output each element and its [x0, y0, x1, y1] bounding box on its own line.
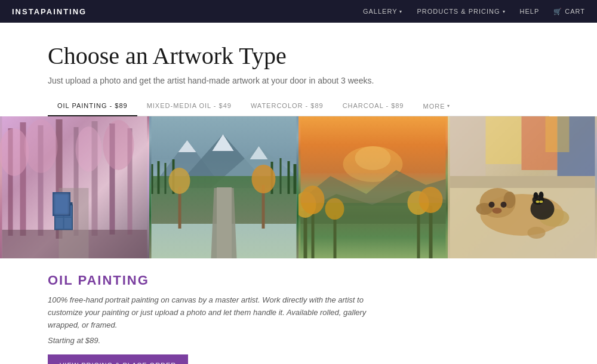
svg-rect-63: [450, 176, 595, 188]
svg-point-82: [536, 200, 540, 203]
chevron-down-icon: ▾: [503, 9, 506, 14]
tab-watercolor[interactable]: WATERCOLOR - $89: [241, 96, 333, 116]
chevron-down-icon: ▾: [447, 103, 450, 109]
svg-point-19: [76, 127, 102, 172]
section-title: OIL PAINTING: [48, 273, 549, 288]
svg-point-73: [489, 202, 495, 208]
svg-rect-68: [546, 116, 570, 152]
tab-charcoal-label: CHARCOAL - $89: [343, 102, 404, 109]
artwork-section: OIL PAINTING 100% free-hand portrait pai…: [0, 258, 597, 364]
tab-mixed-media-label: MIXED-MEDIA OIL - $49: [147, 102, 232, 109]
svg-point-77: [528, 227, 546, 239]
nav-links: GALLERY ▾ PRODUCTS & PRICING ▾ HELP 🛒 CA…: [363, 8, 585, 16]
nav-link-products[interactable]: PRODUCTS & PRICING ▾: [417, 8, 505, 15]
tab-oil-painting[interactable]: OIL PAINTING - $89: [48, 96, 137, 116]
cart-button[interactable]: 🛒 CART: [553, 8, 585, 16]
svg-point-81: [539, 192, 544, 199]
svg-rect-56: [417, 209, 420, 258]
painting-3-svg: [298, 116, 448, 258]
svg-rect-30: [158, 161, 160, 194]
artwork-tabs: OIL PAINTING - $89 MIXED-MEDIA OIL - $49…: [48, 96, 549, 116]
cart-icon: 🛒: [553, 8, 562, 16]
cart-label: CART: [565, 8, 585, 15]
tab-charcoal[interactable]: CHARCOAL - $89: [333, 96, 414, 116]
gallery-image-1: [0, 116, 149, 258]
svg-point-20: [103, 120, 134, 170]
svg-rect-39: [223, 212, 225, 224]
gallery-image-4: [448, 116, 597, 258]
svg-rect-54: [334, 215, 337, 258]
gallery-image-2: [149, 116, 298, 258]
page-title: Choose an Artwork Type: [48, 42, 549, 70]
svg-rect-34: [280, 158, 282, 194]
tab-more-label: MORE: [423, 103, 445, 110]
nav-link-gallery-label: GALLERY: [363, 8, 398, 15]
svg-point-75: [493, 208, 502, 214]
artwork-gallery: [0, 116, 597, 258]
svg-rect-14: [56, 218, 63, 229]
svg-rect-13: [64, 206, 72, 217]
navbar: INSTAPAINTING GALLERY ▾ PRODUCTS & PRICI…: [0, 0, 597, 23]
svg-point-18: [24, 119, 58, 173]
section-price: Starting at $89.: [48, 336, 549, 345]
svg-rect-29: [152, 164, 153, 194]
tab-more[interactable]: MORE ▾: [413, 97, 460, 116]
svg-point-83: [540, 200, 543, 203]
section-description: 100% free-hand portrait painting on canv…: [48, 294, 394, 331]
svg-rect-64: [450, 116, 486, 176]
svg-rect-38: [223, 194, 225, 206]
svg-point-47: [355, 146, 391, 170]
gallery-image-3: [298, 116, 448, 258]
svg-point-80: [534, 192, 538, 199]
tab-watercolor-label: WATERCOLOR - $89: [251, 102, 324, 109]
tab-oil-painting-label: OIL PAINTING - $89: [57, 102, 128, 109]
nav-link-help-label: HELP: [520, 8, 540, 15]
painting-4-svg: [448, 116, 597, 258]
nav-logo: INSTAPAINTING: [12, 7, 87, 16]
painting-2-svg: [149, 116, 298, 258]
svg-rect-40: [223, 230, 225, 242]
nav-link-help[interactable]: HELP: [520, 8, 540, 15]
chevron-down-icon: ▾: [399, 9, 402, 14]
nav-link-gallery[interactable]: GALLERY ▾: [363, 8, 403, 15]
svg-rect-60: [301, 173, 446, 203]
tab-mixed-media[interactable]: MIXED-MEDIA OIL - $49: [137, 96, 241, 116]
svg-rect-31: [165, 163, 167, 194]
page-subtitle: Just upload a photo and get the artist h…: [48, 76, 549, 85]
svg-marker-37: [211, 188, 237, 258]
svg-rect-12: [56, 206, 63, 217]
svg-point-74: [501, 202, 507, 208]
svg-rect-36: [294, 164, 297, 194]
svg-rect-58: [429, 206, 433, 258]
svg-point-43: [169, 168, 190, 194]
view-pricing-button[interactable]: VIEW PRICING & PLACE ORDER: [48, 354, 188, 364]
nav-link-products-label: PRODUCTS & PRICING: [417, 8, 500, 15]
painting-1-svg: [0, 116, 149, 258]
svg-rect-15: [64, 218, 72, 229]
main-content: Choose an Artwork Type Just upload a pho…: [0, 23, 597, 116]
svg-point-44: [252, 165, 276, 193]
svg-rect-16: [55, 202, 73, 205]
svg-rect-35: [288, 161, 290, 194]
svg-rect-65: [486, 116, 522, 164]
